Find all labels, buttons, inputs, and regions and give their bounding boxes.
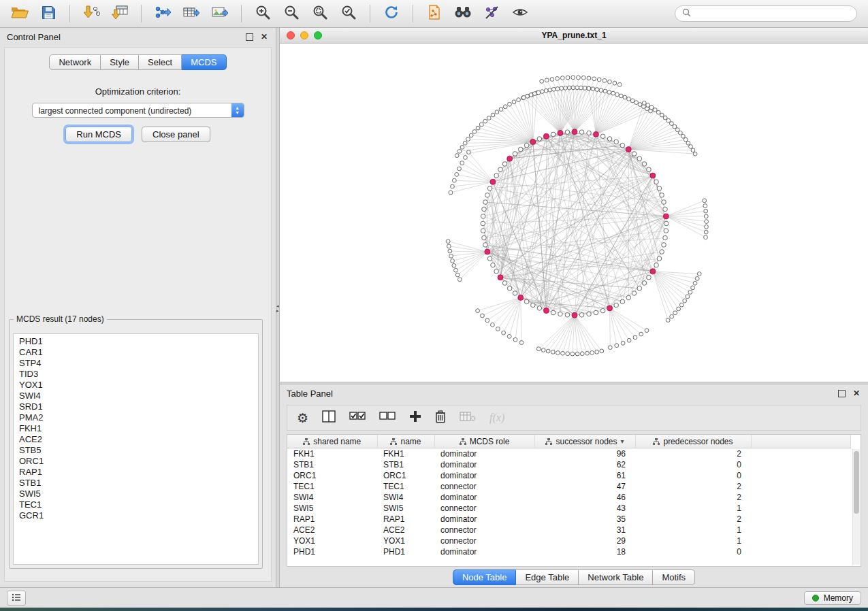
cell-name[interactable]: STB1 [377, 459, 434, 470]
cell-predecessor-nodes[interactable]: 0 [635, 546, 751, 557]
mcds-result-item[interactable]: SWI5 [14, 489, 258, 499]
close-panel-button[interactable]: Close panel [142, 127, 210, 142]
mcds-result-item[interactable]: ORC1 [14, 456, 258, 467]
cell-filler[interactable] [751, 492, 851, 503]
table-row[interactable]: PHD1PHD1dominator180 [287, 546, 851, 557]
deselect-all-button[interactable] [379, 411, 396, 425]
mcds-result-item[interactable]: SRD1 [14, 401, 258, 412]
tab-mcds[interactable]: MCDS [182, 54, 226, 70]
cell-mcds-role[interactable]: dominator [434, 470, 534, 481]
close-panel-icon[interactable]: ✕ [259, 32, 269, 42]
cell-predecessor-nodes[interactable]: 2 [635, 514, 751, 525]
import-table-button[interactable] [107, 3, 133, 24]
mcds-result-item[interactable]: TID3 [14, 369, 258, 380]
cell-shared-name[interactable]: SWI4 [287, 492, 377, 503]
cell-mcds-role[interactable]: connector [434, 535, 534, 546]
cell-predecessor-nodes[interactable]: 0 [635, 470, 751, 481]
vertical-splitter[interactable]: ◂▸ [276, 28, 280, 587]
cell-shared-name[interactable]: PHD1 [287, 546, 377, 557]
cell-mcds-role[interactable]: dominator [434, 514, 534, 525]
cell-successor-nodes[interactable]: 62 [534, 459, 635, 470]
table-row[interactable]: ACE2ACE2connector311 [287, 525, 851, 535]
select-all-button[interactable] [349, 411, 366, 425]
float-table-panel-icon[interactable] [837, 389, 846, 398]
cell-shared-name[interactable]: STB1 [287, 459, 377, 470]
cell-mcds-role[interactable]: connector [434, 503, 534, 514]
cell-successor-nodes[interactable]: 43 [534, 503, 635, 514]
cell-filler[interactable] [751, 503, 851, 514]
cell-successor-nodes[interactable]: 47 [534, 481, 635, 492]
import-network-button[interactable] [78, 3, 104, 24]
clone-network-button[interactable] [421, 3, 447, 24]
tab-node-table[interactable]: Node Table [453, 569, 517, 585]
cell-successor-nodes[interactable]: 46 [534, 492, 635, 503]
close-table-panel-icon[interactable]: ✕ [852, 389, 861, 398]
float-panel-icon[interactable] [244, 32, 254, 42]
zoom-selected-button[interactable] [336, 3, 361, 24]
cell-shared-name[interactable]: ACE2 [287, 525, 377, 535]
cell-filler[interactable] [751, 448, 851, 460]
cell-name[interactable]: YOX1 [377, 535, 434, 546]
cell-filler[interactable] [751, 481, 851, 492]
mcds-result-item[interactable]: CAR1 [14, 347, 258, 358]
table-row[interactable]: TEC1TEC1connector472 [287, 481, 851, 492]
cell-predecessor-nodes[interactable]: 1 [635, 525, 751, 535]
table-row[interactable]: RAP1RAP1dominator352 [287, 514, 851, 525]
table-row[interactable]: SWI4SWI4dominator462 [287, 492, 851, 503]
table-row[interactable]: FKH1FKH1dominator962 [287, 448, 851, 460]
cell-name[interactable]: SWI4 [377, 492, 434, 503]
cell-filler[interactable] [751, 470, 851, 481]
mcds-result-item[interactable]: SWI4 [14, 391, 258, 401]
first-neighbors-button[interactable] [450, 3, 476, 24]
run-mcds-button[interactable]: Run MCDS [65, 127, 132, 142]
criterion-dropdown[interactable]: largest connected component (undirected)… [32, 103, 244, 118]
cell-shared-name[interactable]: YOX1 [287, 535, 377, 546]
show-panels-button[interactable] [7, 591, 26, 606]
cell-filler[interactable] [751, 525, 851, 535]
cell-predecessor-nodes[interactable]: 2 [635, 448, 751, 460]
mcds-result-item[interactable]: RAP1 [14, 467, 258, 478]
mcds-result-item[interactable]: ACE2 [14, 434, 258, 445]
cell-shared-name[interactable]: ORC1 [287, 470, 377, 481]
table-row[interactable]: SWI5SWI5connector431 [287, 503, 851, 514]
network-canvas[interactable]: .e line{stroke:#9a9a9a;stroke-width:.7;s… [280, 44, 868, 382]
cell-shared-name[interactable]: FKH1 [287, 448, 377, 460]
memory-button[interactable]: Memory [804, 591, 861, 605]
cell-successor-nodes[interactable]: 31 [534, 525, 635, 535]
column-header-mcds-role[interactable]: MCDS role [434, 435, 534, 448]
cell-mcds-role[interactable]: connector [434, 525, 534, 535]
cell-successor-nodes[interactable]: 61 [534, 470, 635, 481]
cell-shared-name[interactable]: TEC1 [287, 481, 377, 492]
cell-predecessor-nodes[interactable]: 2 [635, 492, 751, 503]
cell-shared-name[interactable]: SWI5 [287, 503, 377, 514]
cell-filler[interactable] [751, 546, 851, 557]
cell-mcds-role[interactable]: dominator [434, 492, 534, 503]
tab-network-table[interactable]: Network Table [579, 569, 653, 585]
create-column-button[interactable] [409, 410, 421, 425]
column-header-name[interactable]: name [377, 435, 434, 448]
cell-name[interactable]: TEC1 [377, 481, 434, 492]
cell-successor-nodes[interactable]: 18 [534, 546, 635, 557]
mcds-result-item[interactable]: PMA2 [14, 412, 258, 423]
cell-name[interactable]: ACE2 [377, 525, 434, 535]
table-row[interactable]: ORC1ORC1dominator610 [287, 470, 851, 481]
cell-successor-nodes[interactable]: 35 [534, 514, 635, 525]
search-input[interactable] [695, 8, 850, 19]
column-header-predecessor-nodes[interactable]: predecessor nodes [635, 435, 751, 448]
cell-successor-nodes[interactable]: 96 [534, 448, 635, 460]
mcds-result-item[interactable]: PHD1 [14, 336, 258, 347]
tab-style[interactable]: Style [101, 54, 139, 70]
mcds-result-list[interactable]: PHD1CAR1STP4TID3YOX1SWI4SRD1PMA2FKH1ACE2… [13, 333, 259, 565]
cell-name[interactable]: SWI5 [377, 503, 434, 514]
export-table-button[interactable] [178, 3, 204, 24]
maximize-window-icon[interactable] [314, 31, 322, 39]
mcds-result-item[interactable]: FKH1 [14, 423, 258, 434]
save-session-button[interactable] [35, 3, 61, 24]
cell-shared-name[interactable]: RAP1 [287, 514, 377, 525]
table-scrollbar[interactable] [852, 449, 860, 565]
cell-predecessor-nodes[interactable]: 0 [635, 459, 751, 470]
cell-mcds-role[interactable]: dominator [434, 546, 534, 557]
table-settings-button[interactable]: ⚙ [297, 410, 308, 425]
cell-name[interactable]: FKH1 [377, 448, 434, 460]
zoom-in-button[interactable] [250, 3, 276, 24]
